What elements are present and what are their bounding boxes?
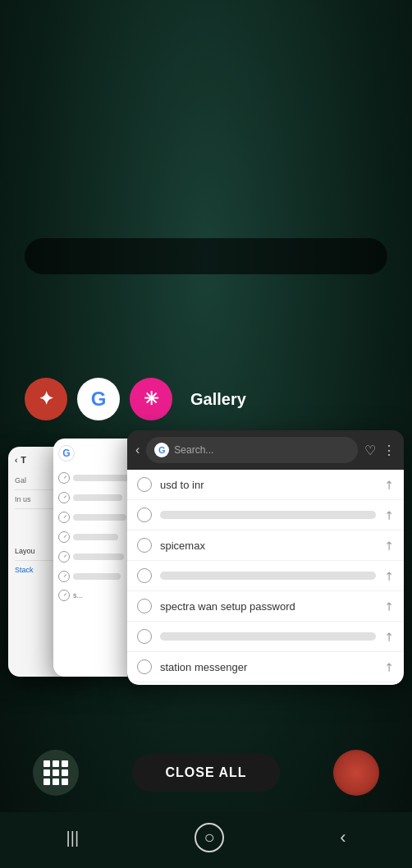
- search-result-text-station: station messenger: [160, 661, 376, 673]
- search-placeholder: Search...: [174, 444, 213, 456]
- arrow-icon-bar3: ↗: [381, 628, 397, 645]
- blurred-bar-2: [160, 572, 376, 580]
- clock-icon-6: [58, 571, 70, 582]
- arrow-icon-bar2: ↗: [381, 567, 397, 584]
- gallery-icon-symbol: ✳: [144, 388, 158, 410]
- grid-dot-9: [62, 778, 68, 785]
- more-options-icon[interactable]: ⋮: [382, 443, 396, 458]
- clock-icon-spectra: [137, 599, 152, 613]
- nav-bar: ||| ○ ‹: [0, 812, 412, 868]
- text-bar-4: [73, 534, 118, 540]
- blurred-bar-3: [160, 632, 376, 641]
- cards-container: ‹ T Gal In us Layou Stack: [8, 430, 404, 710]
- clock-icon-2: [58, 492, 70, 503]
- clock-icon-4: [58, 531, 70, 543]
- app-switcher: ✦ G ✳ Gallery ‹ T: [0, 378, 412, 710]
- red-circle-button[interactable]: [333, 750, 379, 796]
- close-all-button[interactable]: CLOSE ALL: [132, 754, 279, 792]
- card-main-body: usd to inr ↗ ↗ spicemax ↗: [127, 470, 404, 685]
- grid-dot-5: [53, 769, 59, 776]
- app-icon-google[interactable]: G: [77, 378, 120, 420]
- clock-icon-spicemax: [137, 538, 152, 553]
- search-result-spectra[interactable]: spectra wan setup password ↗: [127, 591, 404, 622]
- text-bar-1: [73, 475, 130, 481]
- google-g-search: G: [154, 443, 169, 457]
- search-result-bar3[interactable]: ↗: [127, 622, 404, 652]
- search-result-usd[interactable]: usd to inr ↗: [127, 470, 404, 500]
- grid-dot-2: [53, 760, 59, 767]
- nav-home-button[interactable]: ○: [195, 823, 224, 852]
- grid-dot-6: [62, 769, 68, 776]
- search-result-text-spicemax: spicemax: [160, 540, 376, 552]
- text-bar-6: [73, 573, 121, 580]
- google-icon-letter: G: [91, 388, 107, 411]
- search-result-bar1[interactable]: ↗: [127, 500, 404, 530]
- clock-icon-3: [58, 512, 70, 523]
- text-bar-5: [73, 553, 124, 560]
- clock-icon-1: [58, 472, 70, 484]
- app-icons-row: ✦ G ✳ Gallery: [0, 378, 412, 420]
- arrow-icon-usd: ↗: [381, 476, 397, 493]
- back-button[interactable]: ‹: [135, 443, 140, 457]
- app-icon-gallery[interactable]: ✳: [130, 378, 172, 420]
- clock-icon-usd: [137, 477, 152, 492]
- clock-icon-bar1: [137, 507, 152, 522]
- clock-icon-bar3: [137, 629, 152, 644]
- search-result-spicemax[interactable]: spicemax ↗: [127, 530, 404, 561]
- search-bar[interactable]: G Search...: [146, 437, 358, 463]
- arrow-icon-spicemax: ↗: [381, 537, 397, 553]
- action-buttons-row: CLOSE ALL: [0, 733, 412, 812]
- card-google-search[interactable]: ‹ G Search... ♡ ⋮ usd to inr ↗: [127, 430, 404, 685]
- red-app-icon-symbol: ✦: [39, 388, 53, 410]
- grid-icon: [43, 760, 68, 785]
- search-result-text-spectra: spectra wan setup password: [160, 600, 376, 613]
- grid-dot-7: [43, 778, 50, 785]
- search-result-bar2[interactable]: ↗: [127, 561, 404, 591]
- card-main-header: ‹ G Search... ♡ ⋮: [127, 430, 404, 470]
- nav-recent-button[interactable]: |||: [50, 822, 96, 854]
- grid-dot-1: [43, 760, 50, 767]
- text-bar-3: [73, 514, 126, 521]
- google-g-small: G: [58, 445, 75, 462]
- clock-icon-station: [137, 659, 152, 674]
- search-result-text-usd: usd to inr: [160, 479, 376, 491]
- grid-button[interactable]: [33, 750, 79, 796]
- heart-icon[interactable]: ♡: [364, 443, 376, 458]
- card-settings-title: T: [21, 455, 26, 465]
- text-bar-2: [73, 494, 122, 501]
- s-text: s...: [73, 591, 83, 599]
- stack-label: Stack: [15, 566, 34, 574]
- grid-dot-3: [62, 760, 68, 767]
- grid-dot-8: [53, 778, 59, 785]
- app-icon-red[interactable]: ✦: [25, 378, 67, 420]
- clock-icon-5: [58, 551, 70, 563]
- arrow-icon-station: ↗: [381, 659, 397, 675]
- top-search-bar[interactable]: [25, 238, 387, 274]
- clock-icon-7: [58, 590, 70, 601]
- search-result-station[interactable]: station messenger ↗: [127, 652, 404, 682]
- arrow-icon-spectra: ↗: [381, 598, 397, 614]
- blurred-bar-1: [160, 511, 376, 519]
- bottom-area: CLOSE ALL ||| ○ ‹: [0, 733, 412, 868]
- clock-icon-bar2: [137, 568, 152, 583]
- gallery-label: Gallery: [190, 390, 246, 409]
- arrow-icon-bar1: ↗: [381, 507, 397, 523]
- nav-back-button[interactable]: ‹: [323, 820, 362, 855]
- grid-dot-4: [43, 769, 50, 776]
